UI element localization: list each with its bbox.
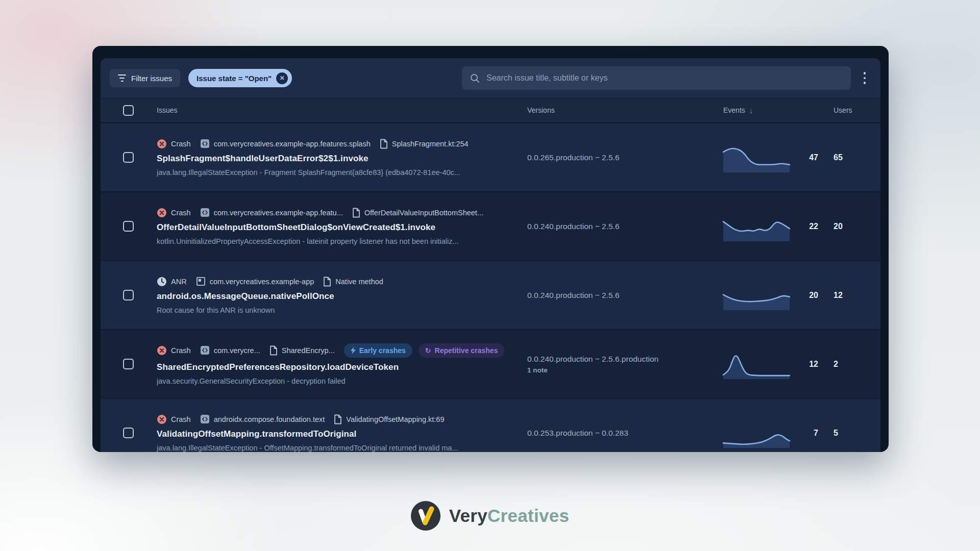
issue-location-label: Native method	[335, 278, 383, 286]
tag-label: Early crashes	[359, 346, 406, 355]
issue-type: ANR	[157, 277, 187, 287]
issue-meta: Crash androidx.compose.foundation.text	[157, 414, 513, 424]
issue-note-count: 1 note	[527, 366, 548, 374]
issue-subtitle: java.lang.IllegalStateException - Fragme…	[157, 168, 513, 177]
users-count: 2	[818, 330, 880, 398]
events-sparkline	[723, 330, 795, 398]
issue-tags: Early crashes↻Repetitive crashes	[344, 343, 505, 358]
search-icon	[470, 73, 480, 83]
row-checkbox[interactable]	[123, 152, 134, 163]
kebab-menu-icon[interactable]	[857, 69, 872, 87]
events-count: 47	[795, 123, 818, 191]
issue-package: com.verycreatives.example-app	[196, 277, 314, 286]
anr-icon	[157, 277, 167, 287]
issue-type-label: ANR	[171, 278, 187, 286]
issue-type: Crash	[157, 414, 191, 424]
issue-title: ValidatingOffsetMapping.transformedToOri…	[157, 429, 513, 439]
row-checkbox[interactable]	[123, 221, 134, 232]
code-icon	[200, 345, 210, 355]
issue-meta: Crash com.verycre... SharedEncryp...	[157, 343, 513, 358]
tag-early-crashes: Early crashes	[344, 343, 412, 358]
file-icon	[352, 208, 360, 218]
issue-location-label: OfferDetailValueInputBottomSheet...	[364, 209, 483, 217]
issue-package-label: com.verycreatives.example-app.featu...	[214, 209, 343, 217]
table-row[interactable]: ANR com.verycreatives.example-app Nativ	[101, 260, 880, 329]
issue-package-label: com.verycreatives.example-app	[210, 278, 314, 286]
issue-location: OfferDetailValueInputBottomSheet...	[352, 208, 483, 218]
table-row[interactable]: Crash com.verycre... SharedEncryp...	[101, 329, 880, 398]
issues-panel: Filter issues Issue state = "Open" ✕ Iss…	[101, 58, 880, 452]
table-header: Issues Versions Events ↓ Users	[101, 98, 880, 122]
select-all-checkbox[interactable]	[123, 105, 134, 116]
lightning-icon	[351, 347, 356, 354]
filter-chip-issue-state[interactable]: Issue state = "Open" ✕	[188, 69, 292, 87]
issue-subtitle: java.security.GeneralSecurityException -…	[157, 377, 513, 385]
close-icon[interactable]: ✕	[276, 72, 288, 84]
brand-wordmark: VeryCreatives	[449, 506, 569, 526]
crash-icon	[157, 208, 167, 218]
brand-second: Creatives	[487, 506, 569, 525]
events-count: 20	[795, 261, 818, 329]
column-header-users: Users	[818, 98, 880, 122]
issue-location-label: SplashFragment.kt:254	[392, 140, 469, 148]
issue-meta: Crash com.verycreatives.example-app.feat…	[157, 208, 513, 218]
issue-type-label: Crash	[171, 346, 191, 355]
users-count: 12	[818, 261, 880, 329]
users-count: 5	[818, 399, 880, 452]
table-row[interactable]: Crash com.verycreatives.example-app.feat…	[101, 191, 880, 260]
column-header-versions: Versions	[527, 98, 723, 122]
issue-type: Crash	[157, 345, 191, 356]
code-icon	[200, 208, 210, 217]
table-row[interactable]: Crash androidx.compose.foundation.text	[101, 398, 880, 452]
app-icon	[196, 277, 206, 286]
issue-meta: Crash com.verycreatives.example-app.feat…	[157, 139, 513, 149]
search-bar[interactable]	[462, 66, 851, 90]
sort-desc-icon: ↓	[749, 106, 753, 115]
row-checkbox[interactable]	[123, 359, 134, 369]
issue-versions: 0.0.253.production − 0.0.283	[527, 429, 628, 438]
issue-title: SharedEncryptedPreferencesRepository.loa…	[157, 362, 513, 372]
issue-title: SplashFragment$handleUserDataError$2$1.i…	[157, 154, 513, 164]
issue-subtitle: Root cause for this ANR is unknown	[157, 306, 513, 314]
issue-versions: 0.0.265.production − 2.5.6	[527, 153, 620, 162]
events-sparkline	[723, 399, 795, 452]
issues-table-body: Crash com.verycreatives.example-app.feat…	[101, 122, 880, 452]
crash-icon	[157, 139, 167, 149]
issue-package-label: androidx.compose.foundation.text	[214, 415, 325, 423]
events-count: 22	[795, 192, 818, 260]
tag-repetitive-crashes: ↻Repetitive crashes	[419, 343, 504, 358]
issue-package: com.verycre...	[200, 345, 260, 355]
issue-type-label: Crash	[171, 209, 191, 217]
issue-location: ValidatingOffsetMapping.kt:69	[334, 414, 444, 424]
users-count: 65	[818, 123, 880, 191]
events-count: 12	[795, 330, 818, 398]
column-header-events[interactable]: Events ↓	[723, 98, 795, 122]
file-icon	[323, 277, 331, 287]
issue-versions: 0.0.240.production − 2.5.6	[527, 222, 620, 231]
issue-type-label: Crash	[171, 415, 191, 423]
filter-issues-button[interactable]: Filter issues	[110, 69, 180, 87]
crash-icon	[157, 345, 167, 356]
events-sparkline	[723, 261, 795, 329]
toolbar: Filter issues Issue state = "Open" ✕	[101, 58, 880, 98]
issue-location-label: SharedEncryp...	[282, 346, 335, 355]
row-checkbox[interactable]	[123, 428, 134, 438]
events-count: 7	[795, 399, 818, 452]
row-checkbox[interactable]	[123, 290, 134, 300]
file-icon	[380, 139, 388, 149]
issues-app-window: Filter issues Issue state = "Open" ✕ Iss…	[92, 46, 889, 452]
repeat-icon: ↻	[425, 347, 431, 354]
issue-package-label: com.verycre...	[214, 346, 260, 355]
tag-label: Repetitive crashes	[435, 346, 498, 355]
users-count: 20	[818, 192, 880, 260]
search-input[interactable]	[486, 73, 843, 83]
issue-type-label: Crash	[171, 140, 191, 148]
verycreatives-logo-icon	[411, 501, 440, 531]
filter-chip-label: Issue state = "Open"	[197, 74, 272, 83]
issue-subtitle: kotlin.UninitializedPropertyAccessExcept…	[157, 237, 513, 245]
filter-icon	[118, 74, 126, 82]
issue-location: SharedEncryp...	[270, 345, 335, 356]
file-icon	[334, 414, 342, 424]
table-row[interactable]: Crash com.verycreatives.example-app.feat…	[101, 122, 880, 191]
issue-package: androidx.compose.foundation.text	[200, 414, 325, 424]
